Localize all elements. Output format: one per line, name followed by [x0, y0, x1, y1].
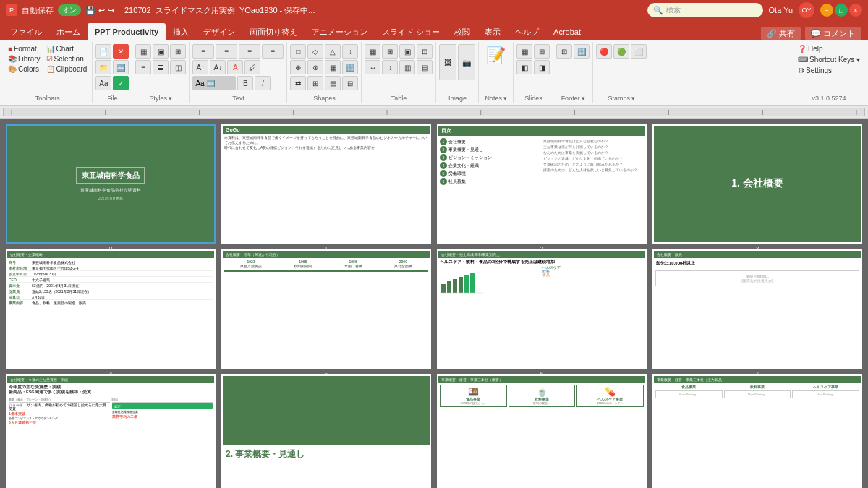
- tab-design[interactable]: デザイン: [196, 23, 242, 40]
- shapes-btn-2[interactable]: ◇: [307, 44, 323, 59]
- shapes-btn-7[interactable]: ▦: [325, 60, 341, 74]
- chart-button[interactable]: 📊 Chart: [44, 44, 90, 53]
- library-button[interactable]: 📚 Library: [6, 54, 43, 64]
- shortcut-keys-button[interactable]: ⌨ Shortcut Keys ▾: [796, 55, 862, 64]
- table-btn-8[interactable]: ▤: [417, 60, 433, 74]
- layout-btn-4[interactable]: ◨: [534, 60, 550, 74]
- selection-button[interactable]: ☑ Selection: [44, 54, 90, 64]
- slide-thumb-6[interactable]: 会社概要・売上高成長率/事業別売上 ヘルスケア・飲料・食品の3区分で構成する売上…: [437, 249, 647, 369]
- layout-btn-2[interactable]: ⊞: [534, 44, 550, 59]
- file-btn-1[interactable]: 📄: [95, 44, 111, 59]
- tab-home[interactable]: ホーム: [49, 23, 88, 40]
- notes-group-label: Notes ▾: [482, 93, 510, 102]
- text-btn-align-center[interactable]: ≡: [216, 44, 237, 59]
- table-btn-7[interactable]: ▥: [399, 60, 415, 74]
- shapes-btn-5[interactable]: ⊕: [290, 60, 306, 74]
- table-btn-4[interactable]: ⊡: [417, 44, 433, 59]
- slide-thumb-10[interactable]: 事業概要・経営・事業三本柱（概要） 🍱 食品事業 1923年の設立から... 🍵…: [437, 374, 647, 488]
- layout-btn-1[interactable]: ▦: [516, 44, 532, 59]
- styles-btn-6[interactable]: ◫: [170, 60, 186, 74]
- table-btn-3[interactable]: ▣: [399, 44, 415, 59]
- settings-button[interactable]: ⚙ Settings: [796, 66, 862, 75]
- text-btn-font-size-down[interactable]: A↓: [210, 60, 226, 74]
- tab-help[interactable]: ヘルプ: [508, 23, 546, 40]
- table-btn-1[interactable]: ▦: [365, 44, 380, 59]
- save-icon[interactable]: 💾: [85, 6, 95, 15]
- file-btn-2[interactable]: ✕: [113, 44, 129, 59]
- stamps-btn-1[interactable]: 🔴: [596, 44, 612, 59]
- shapes-btn-1[interactable]: □: [290, 44, 306, 59]
- slide-thumb-1[interactable]: GoGo 本資料は、東亜城南科学食品で働くイメージを持ってもらうことを目的に、東…: [221, 124, 431, 244]
- styles-btn-3[interactable]: ⊞: [170, 44, 186, 59]
- tab-animations[interactable]: アニメーション: [305, 23, 375, 40]
- slide-1-body: 本資料は、東亜城南科学食品で働くイメージを持ってもらうことを目的に、東亜城南科学…: [223, 134, 430, 152]
- autosave-toggle[interactable]: オン: [58, 4, 81, 16]
- slide-thumb-3[interactable]: 1. 会社概要 3: [652, 124, 862, 244]
- redo-icon[interactable]: ↪: [108, 6, 114, 15]
- font-size-box[interactable]: Aa 🔤: [192, 76, 236, 90]
- shapes-btn-12[interactable]: ⊟: [342, 76, 358, 90]
- slide-thumb-9[interactable]: 2. 事業概要・見通し 9: [221, 374, 431, 488]
- shapes-btn-9[interactable]: ⇄: [290, 76, 306, 90]
- text-btn-highlight[interactable]: 🖊: [244, 60, 260, 74]
- image-btn-2[interactable]: 📷: [458, 44, 475, 80]
- comments-button[interactable]: 💬 コメント: [805, 27, 861, 40]
- colors-button[interactable]: 🎨 Colors: [6, 64, 43, 74]
- styles-btn-2[interactable]: ▣: [153, 44, 169, 59]
- file-btn-3[interactable]: 📁: [95, 60, 111, 74]
- stamps-btn-3[interactable]: ⬜: [631, 44, 647, 59]
- text-btn-justify[interactable]: ≡: [262, 44, 284, 59]
- text-btn-color[interactable]: A: [227, 60, 243, 74]
- styles-btn-1[interactable]: ▦: [135, 44, 151, 59]
- footer-btn-1[interactable]: ⊡: [556, 44, 572, 59]
- text-btn-align-left[interactable]: ≡: [192, 44, 214, 59]
- search-box[interactable]: 🔍 検索: [647, 3, 763, 17]
- text-btn-italic[interactable]: I: [255, 76, 271, 90]
- share-button[interactable]: 🔗 共有: [761, 27, 801, 40]
- file-btn-5[interactable]: Aa: [95, 76, 111, 90]
- notes-btn[interactable]: 📝: [482, 44, 510, 67]
- shapes-btn-3[interactable]: △: [325, 44, 341, 59]
- footer-btn-2[interactable]: 🔢: [574, 44, 590, 59]
- slide-thumb-5[interactable]: 会社概要・沿革（関連から現在） 1923東亜万薬房設 1965欧州閉開間 198…: [221, 249, 431, 369]
- clipboard-button[interactable]: 📋 Clipboard: [44, 64, 90, 74]
- table-btn-5[interactable]: ↔: [365, 60, 380, 74]
- slide-thumb-4[interactable]: 会社概要・企業概略 商号東亜城南科学食品株式会社 本社所在地東京都千代田区千代田…: [6, 249, 216, 369]
- shapes-btn-4[interactable]: ↕: [342, 44, 358, 59]
- tab-acrobat[interactable]: Acrobat: [546, 23, 588, 40]
- image-btn-1[interactable]: 🖼: [439, 44, 456, 80]
- shapes-btn-6[interactable]: ⊗: [307, 60, 323, 74]
- table-btn-2[interactable]: ⊞: [382, 44, 398, 59]
- help-button[interactable]: ❓ Help: [796, 44, 862, 53]
- text-btn-bold[interactable]: B: [237, 76, 253, 90]
- tab-file[interactable]: ファイル: [3, 23, 49, 40]
- format-button[interactable]: ■ Format: [6, 44, 43, 53]
- stamps-btn-2[interactable]: 🟢: [613, 44, 629, 59]
- slide-thumb-0[interactable]: 東亜城南科学食品 東亜城南科学食品会社説明資料 2021年6月更新 0: [6, 124, 216, 244]
- slide-thumb-2[interactable]: 目次 1会社概要 2事業概要・見通し 3ビジョン・ミッション 4企業文化・組織 …: [437, 124, 647, 244]
- slide-thumb-7[interactable]: 会社概要・販先 卸先は10,000社以上 Now Printing...(販売先…: [652, 249, 862, 369]
- text-btn-align-right[interactable]: ≡: [239, 44, 260, 59]
- tab-insert[interactable]: 挿入: [166, 23, 196, 40]
- minimize-button[interactable]: −: [820, 4, 833, 17]
- slide-thumb-11[interactable]: 事業概要・経営・事業三本柱（主力製品） 食品事業 Now Printing...…: [652, 374, 862, 488]
- table-btn-6[interactable]: ↕: [382, 60, 398, 74]
- shapes-btn-8[interactable]: 🔢: [342, 60, 358, 74]
- file-btn-6[interactable]: ✓: [113, 76, 129, 90]
- tab-transitions[interactable]: 画面切り替え: [242, 23, 305, 40]
- close-button[interactable]: ×: [849, 4, 862, 17]
- text-btn-font-size-up[interactable]: A↑: [192, 60, 208, 74]
- styles-btn-5[interactable]: ≣: [153, 60, 169, 74]
- slide-thumb-8[interactable]: 会社概要・今後の主な受賞歴・実績 今年度の主な受賞歴・実績新商品・ESG関連で多…: [6, 374, 216, 488]
- tab-view[interactable]: 表示: [477, 23, 508, 40]
- file-btn-4[interactable]: 🔤: [113, 60, 129, 74]
- layout-btn-3[interactable]: ◧: [516, 60, 532, 74]
- tab-slideshow[interactable]: スライド ショー: [375, 23, 447, 40]
- tab-ppt-productivity[interactable]: PPT Productivity: [88, 23, 166, 40]
- undo-icon[interactable]: ↩: [98, 6, 105, 15]
- maximize-button[interactable]: □: [835, 4, 848, 17]
- styles-btn-4[interactable]: ≡: [135, 60, 151, 74]
- tab-review[interactable]: 校閲: [447, 23, 477, 40]
- shapes-btn-11[interactable]: ▤: [325, 76, 341, 90]
- shapes-btn-10[interactable]: ⊞: [307, 76, 323, 90]
